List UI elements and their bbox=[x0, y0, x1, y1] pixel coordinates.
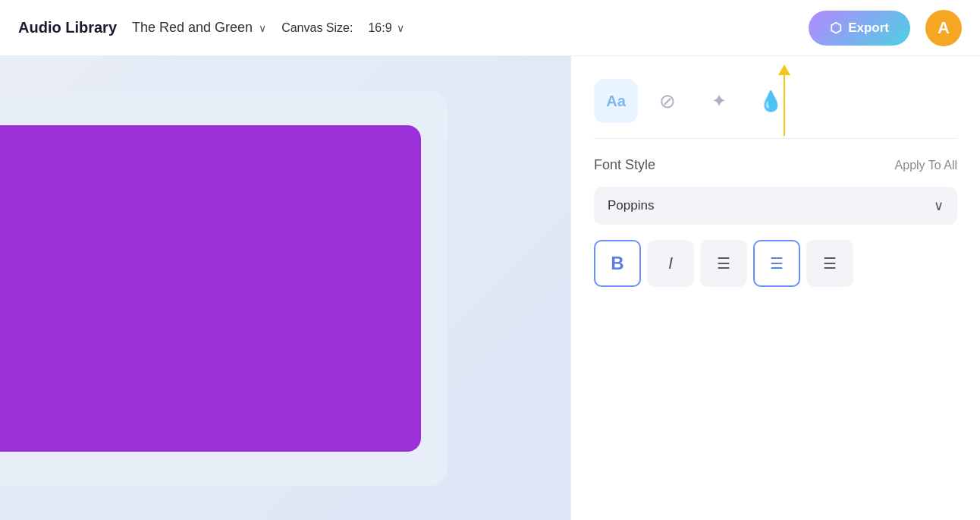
texture-tab-icon: ⊘ bbox=[659, 90, 676, 113]
main-area: Aa ⊘ ✦ 💧 Font Style Apply To All Poppins… bbox=[0, 56, 980, 520]
canvas-size-value: 16:9 bbox=[368, 21, 391, 35]
italic-icon: I bbox=[668, 254, 673, 273]
tab-icons-row: Aa ⊘ ✦ 💧 bbox=[594, 79, 957, 123]
bold-icon: B bbox=[611, 253, 623, 274]
align-left-icon: ☰ bbox=[717, 254, 731, 273]
format-bold-button[interactable]: B bbox=[594, 240, 641, 287]
font-selector[interactable]: Poppins ∨ bbox=[594, 187, 957, 225]
tab-effects-button[interactable]: ✦ bbox=[697, 79, 741, 123]
export-icon: ⬡ bbox=[830, 20, 842, 36]
format-align-left-button[interactable]: ☰ bbox=[700, 240, 747, 287]
audio-library-title: Audio Library bbox=[18, 19, 117, 36]
format-align-right-button[interactable]: ☰ bbox=[806, 240, 853, 287]
font-style-label: Font Style bbox=[594, 157, 655, 173]
header: Audio Library The Red and Green ∨ Canvas… bbox=[0, 0, 980, 56]
font-selector-chevron-icon: ∨ bbox=[934, 197, 944, 214]
effects-tab-icon: ✦ bbox=[711, 90, 727, 112]
align-center-icon: ☰ bbox=[770, 254, 784, 273]
font-style-row: Font Style Apply To All bbox=[594, 157, 957, 173]
canvas-wrapper bbox=[0, 91, 448, 486]
avatar-initial: A bbox=[938, 18, 950, 38]
right-panel: Aa ⊘ ✦ 💧 Font Style Apply To All Poppins… bbox=[570, 56, 980, 520]
color-tab-icon: 💧 bbox=[759, 90, 783, 113]
format-align-center-button[interactable]: ☰ bbox=[753, 240, 800, 287]
align-right-icon: ☰ bbox=[823, 254, 837, 273]
format-italic-button[interactable]: I bbox=[647, 240, 694, 287]
canvas-size-chevron-icon: ∨ bbox=[397, 22, 404, 34]
export-label: Export bbox=[848, 20, 889, 36]
export-button[interactable]: ⬡ Export bbox=[809, 11, 910, 46]
tab-font-button[interactable]: Aa bbox=[594, 79, 638, 123]
canvas-purple-block bbox=[0, 125, 421, 452]
tab-texture-button[interactable]: ⊘ bbox=[645, 79, 689, 123]
canvas-size-selector[interactable]: 16:9 ∨ bbox=[368, 21, 404, 35]
apply-to-all-label: Apply To All bbox=[895, 159, 957, 172]
canvas-area bbox=[0, 56, 570, 520]
project-name: The Red and Green bbox=[132, 20, 253, 36]
canvas-size-label: Canvas Size: bbox=[281, 21, 353, 35]
format-buttons-row: B I ☰ ☰ ☰ bbox=[594, 240, 957, 287]
tab-color-button[interactable]: 💧 bbox=[749, 79, 793, 123]
project-chevron-icon: ∨ bbox=[259, 22, 266, 34]
project-selector[interactable]: The Red and Green ∨ bbox=[132, 20, 266, 36]
panel-divider bbox=[594, 138, 957, 139]
avatar[interactable]: A bbox=[925, 10, 962, 46]
font-tab-icon: Aa bbox=[606, 93, 626, 110]
font-name: Poppins bbox=[608, 198, 654, 213]
